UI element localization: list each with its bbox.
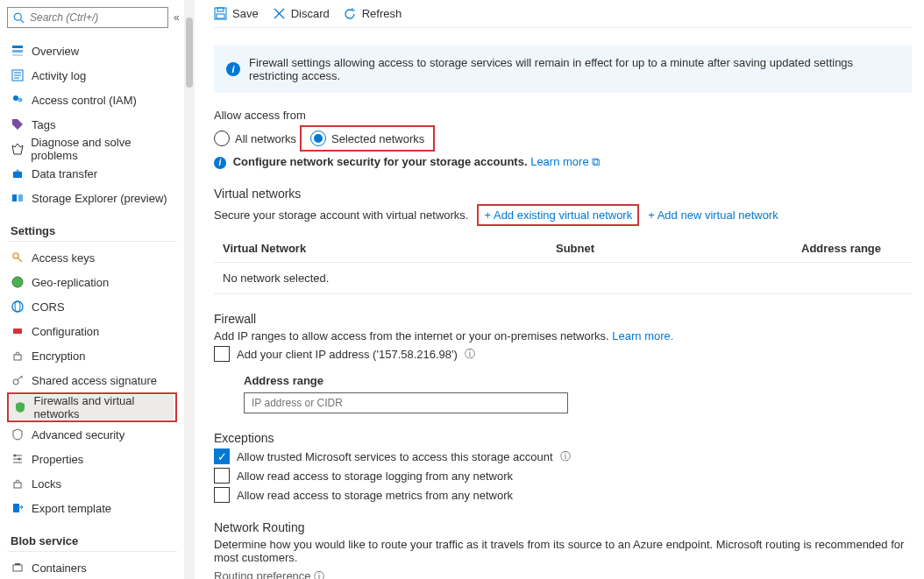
client-ip-checkbox-row[interactable]: Add your client IP address ('157.58.216.… [214,346,912,362]
toolbar: Save Discard Refresh [214,7,912,28]
nav-locks[interactable]: Locks [7,471,177,496]
svg-point-0 [14,13,21,20]
shield-icon [11,428,25,441]
col-address-range: Address range [801,242,903,255]
sidebar: « Overview Activity log Access control (… [0,0,184,579]
collapse-sidebar-icon[interactable]: « [174,11,180,24]
col-virtual-network: Virtual Network [223,242,556,255]
highlight-selected-networks: Selected networks [300,125,435,152]
svg-rect-13 [18,194,23,201]
svg-line-1 [21,19,25,23]
exception-metrics-checkbox[interactable]: Allow read access to storage metrics fro… [214,487,912,503]
checkbox-icon [214,346,230,362]
sas-icon [11,374,25,386]
external-link-icon: ⧉ [592,155,600,168]
tags-icon [11,118,25,131]
nav-properties[interactable]: Properties [7,447,177,471]
firewall-learn-more-link[interactable]: Learn more. [612,329,673,342]
nav-firewalls[interactable]: Firewalls and virtual networks [11,395,174,420]
nav-tags[interactable]: Tags [7,112,177,137]
vnet-table-header: Virtual Network Subnet Address range [214,235,912,263]
col-subnet: Subnet [556,242,801,255]
svg-point-26 [14,455,17,457]
nav-activity-log[interactable]: Activity log [7,63,177,88]
svg-rect-11 [13,172,22,178]
learn-more-link[interactable]: Learn more ⧉ [530,155,600,168]
nav-storage-explorer[interactable]: Storage Explorer (preview) [7,186,177,210]
svg-rect-21 [14,355,21,360]
nav-diagnose[interactable]: Diagnose and solve problems [7,137,177,161]
locks-icon [11,477,25,490]
config-icon [11,325,25,337]
svg-line-15 [18,258,22,262]
nav-data-transfer[interactable]: Data transfer [7,161,177,186]
add-new-vnet-link[interactable]: + Add new virtual network [648,208,778,222]
add-existing-vnet-link[interactable]: + Add existing virtual network [484,208,632,222]
exception-trusted-checkbox[interactable]: ✓ Allow trusted Microsoft services to ac… [214,448,912,464]
nav-containers[interactable]: Containers [7,555,177,579]
nav-iam[interactable]: Access control (IAM) [7,88,177,112]
exception-logging-checkbox[interactable]: Allow read access to storage logging fro… [214,468,912,484]
nav-configuration[interactable]: Configuration [7,319,177,343]
lock-icon [11,350,25,362]
help-icon[interactable]: ⓘ [560,449,571,464]
radio-all-networks[interactable]: All networks [214,131,296,146]
save-icon [214,7,227,20]
svg-rect-12 [12,194,17,201]
svg-rect-35 [217,8,224,11]
key-icon [11,251,25,264]
globe-icon [11,276,25,288]
exceptions-heading: Exceptions [214,431,912,445]
help-icon[interactable]: ⓘ [465,347,475,362]
svg-rect-36 [217,14,224,18]
vnet-table-empty: No network selected. [214,263,912,294]
export-icon [11,502,25,514]
svg-point-18 [12,301,23,312]
discard-icon [273,7,286,20]
routing-heading: Network Routing [214,520,912,534]
access-radio-group: All networks Selected networks [214,125,912,152]
section-blob: Blob service [11,534,177,547]
svg-rect-28 [14,483,21,488]
radio-selected-networks[interactable]: Selected networks [310,131,424,146]
sidebar-scrollbar[interactable] [184,0,195,579]
allow-access-label: Allow access from [214,109,912,122]
nav-encryption[interactable]: Encryption [7,343,177,368]
save-button[interactable]: Save [214,7,259,20]
diagnose-icon [11,143,24,155]
storage-explorer-icon [11,192,25,204]
section-settings: Settings [11,224,177,237]
nav-geo-replication[interactable]: Geo-replication [7,270,177,294]
nav-access-keys[interactable]: Access keys [7,245,177,270]
nav-cors[interactable]: CORS [7,294,177,319]
routing-description: Determine how you would like to route yo… [214,538,912,564]
discard-button[interactable]: Discard [273,7,330,20]
firewall-heading: Firewall [214,312,912,326]
search-icon [13,12,25,24]
refresh-button[interactable]: Refresh [344,7,402,20]
help-icon[interactable]: ⓘ [314,570,324,579]
svg-point-9 [13,95,18,101]
nav-sas[interactable]: Shared access signature [7,368,177,392]
refresh-icon [344,7,357,20]
svg-point-27 [18,458,21,461]
svg-rect-3 [12,50,23,53]
iam-icon [11,94,25,106]
checkbox-icon [214,487,230,503]
nav-export-template[interactable]: Export template [7,496,177,520]
properties-icon [11,453,25,465]
overview-icon [11,45,25,57]
svg-rect-20 [13,328,22,334]
vnets-description: Secure your storage account with virtual… [214,208,468,222]
search-box[interactable] [7,7,168,28]
svg-rect-4 [12,54,23,56]
vnets-heading: Virtual networks [214,187,912,201]
containers-icon [11,561,25,574]
highlight-firewalls: Firewalls and virtual networks [7,392,177,422]
svg-rect-31 [15,563,20,565]
nav-overview[interactable]: Overview [7,39,177,63]
search-input[interactable] [30,11,162,24]
address-range-input[interactable] [244,392,568,413]
nav-advanced-security[interactable]: Advanced security [7,422,177,447]
firewall-icon [14,401,27,413]
